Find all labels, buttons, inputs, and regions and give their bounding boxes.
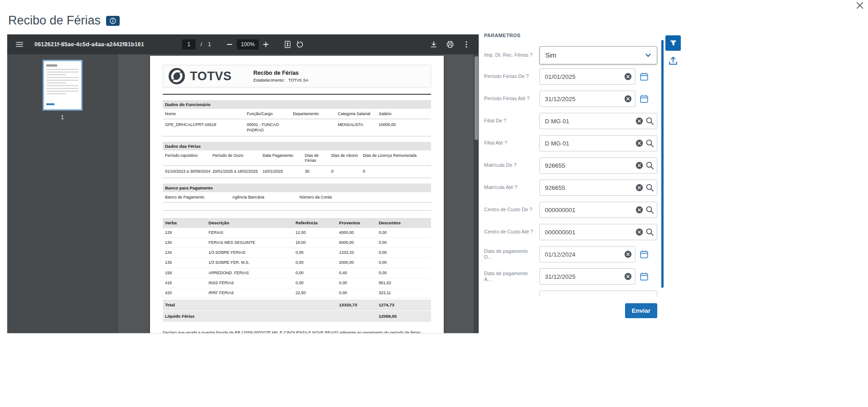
section-employee-title: Dados do Funcionário [163,100,431,109]
cell-periodo-aquisitivo: 01/10/2023 a 30/09/2024 [165,169,213,174]
clear-icon[interactable] [635,184,643,192]
col-header: Função/Cargo [247,111,293,116]
param-row-data-pagamento-ate: Data de pagamento A... [484,268,657,285]
clear-icon[interactable] [624,273,632,281]
param-row-data-pagamento-de: Data de pagamento D... [484,246,657,262]
clear-icon[interactable] [624,73,632,81]
total-label: Total [165,302,209,308]
param-label: Imp. Dt. Rec. Férias ? [484,52,539,58]
cell-dias-ferias: 30 [305,169,331,174]
search-icon[interactable] [645,206,654,214]
clear-icon[interactable] [624,95,632,103]
cell-agencia [232,206,299,207]
calendar-icon[interactable] [640,272,649,281]
scrollbar-thumb[interactable] [475,56,478,140]
clear-icon[interactable] [635,140,643,147]
zoom-level: 100% [237,39,259,49]
search-icon[interactable] [645,139,654,148]
pdf-filename: 0612621f-85ae-4c5d-a4aa-a2442f81b161 [34,41,144,48]
data-pagamento-ate-input[interactable] [539,268,635,285]
table-row: 129FERIAS12,004000,000,00 [163,228,431,238]
calendar-icon[interactable] [640,72,649,81]
clear-icon[interactable] [635,162,643,170]
item-cell: 134 [165,250,209,255]
col-header: Referência [296,220,339,226]
item-cell: 22,50 [296,291,339,296]
page-separator: / [199,41,203,48]
info-icon[interactable] [106,16,120,26]
item-cell: 18,00 [296,240,339,245]
export-button[interactable] [668,55,679,66]
param-input-partial[interactable] [539,291,657,297]
periodo-ferias-ate-input[interactable] [539,91,635,107]
param-row-centro-custo-de: Centro de Custo De ? [484,202,657,218]
param-row-filial-de: Filial De ? [484,113,657,129]
search-icon[interactable] [645,117,654,126]
more-options-icon[interactable] [462,40,470,48]
thumbnail-page-number: 1 [61,114,64,121]
item-cell: 0,00 [378,250,429,255]
item-cell: 420 [165,291,209,296]
menu-icon[interactable] [15,40,24,48]
bank-value-row [163,203,431,211]
vacation-value-row: 01/10/2023 a 30/09/2024 20/01/2025 a 18/… [163,166,431,178]
param-label: Filial Até ? [484,140,539,146]
page-number-input[interactable]: 1 [182,39,195,49]
item-cell: 0,00 [339,281,378,286]
close-icon[interactable] [856,2,863,9]
filter-button[interactable] [665,35,681,51]
liquid-row: Líquido Férias 12059,00 [163,311,431,322]
parameters-scrollbar[interactable] [661,40,664,288]
vacation-header-row: Período Aquisitivo Período de Gozo Data … [163,150,431,166]
enviar-button[interactable]: Enviar [625,303,657,318]
cell-dias-abono: 0 [331,169,363,174]
cell-dias-licenca: 0 [363,169,429,174]
param-label: Centro de Custo De ? [484,207,539,213]
clear-icon[interactable] [635,206,643,214]
filter-icon [669,39,677,47]
data-pagamento-de-input[interactable] [539,246,635,262]
establishment-label: Estabelecimento: [253,78,285,82]
liquid-label: Líquido Férias [165,314,209,319]
item-cell: 323,11 [378,291,429,296]
rotate-icon[interactable] [296,40,304,48]
page-header: Recibo de Férias [8,14,120,28]
cell-conta [300,206,429,207]
cell-data-pagamento: 16/01/2025 [262,169,305,174]
col-header: Dias de Férias [305,153,331,164]
pdf-vertical-scrollbar[interactable] [474,54,479,333]
col-header: Dias de Licença Remunerada [363,153,429,164]
calendar-icon[interactable] [640,94,649,103]
item-cell: 0,00 [378,260,429,265]
item-cell: ARREDOND. FERIAS [209,271,296,276]
item-cell: 0,00 [296,271,339,276]
item-cell: 158 [165,271,209,276]
param-row-matricula-de: Matrícula De ? [484,157,657,174]
totvs-logo-icon [168,67,186,85]
zoom-out-icon[interactable] [227,41,233,48]
download-icon[interactable] [430,40,438,48]
clear-icon[interactable] [624,251,632,258]
calendar-icon[interactable] [640,250,649,259]
items-table: Verba Descrição Referência Proventos Des… [163,218,431,322]
table-row: 420IRRF FERIAS22,500,00323,11 [163,288,431,298]
search-icon[interactable] [645,228,654,237]
page-thumbnail[interactable] [43,60,82,111]
search-icon[interactable] [645,161,654,170]
param-row-imp-dt-rec-ferias: Imp. Dt. Rec. Férias ? Sim [484,46,657,64]
fit-page-icon[interactable] [284,40,292,48]
zoom-in-icon[interactable] [263,41,269,48]
clear-icon[interactable] [635,228,643,236]
parameters-title: PARAMETROS [484,33,657,38]
items-header-row: Verba Descrição Referência Proventos Des… [163,218,431,228]
periodo-ferias-de-input[interactable] [539,68,635,85]
imp-dt-rec-ferias-select[interactable]: Sim [539,46,657,64]
cell-salario: 10000,00 [378,122,429,133]
table-row: 130FERIAS MES SEGUINTE18,006000,000,00 [163,238,431,248]
clear-icon[interactable] [635,117,643,125]
search-icon[interactable] [645,184,654,192]
col-header: Descontos [378,220,429,226]
print-icon[interactable] [446,40,454,48]
recibo-de-ferias-screen: Recibo de Férias 0612621f-85ae-4c5d-a4aa… [0,0,868,407]
employee-value-row: GPE_DRHCALCPRT-16518 00001 - FUNCAO PADR… [163,119,431,136]
